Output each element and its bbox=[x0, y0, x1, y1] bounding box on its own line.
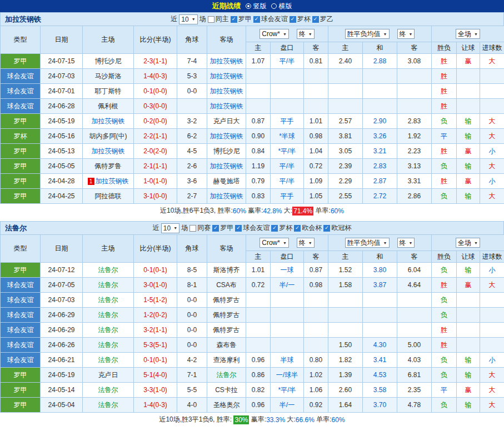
odds-company-select[interactable]: Crow*▼ bbox=[260, 29, 289, 39]
away-team-cell[interactable]: 森布鲁 bbox=[207, 338, 246, 353]
league-cell[interactable]: 球会友谊 bbox=[1, 308, 41, 323]
league-cell[interactable]: 罗甲 bbox=[1, 54, 41, 69]
view-option-horizontal[interactable]: 横版 bbox=[271, 2, 292, 11]
league-cell[interactable]: 球会友谊 bbox=[1, 338, 41, 353]
recent-count-select[interactable]: 10▼ bbox=[179, 14, 197, 24]
league-filter-checkbox[interactable]: ✓罗甲 bbox=[231, 14, 252, 24]
home-team-name: 法鲁尔 bbox=[98, 296, 118, 304]
away-team-cell[interactable]: 查洛摩利 bbox=[207, 353, 246, 368]
match-row: 球会友谊24-07-01耶丁斯特0-1(0-0)0-0加拉茨钢铁胜 bbox=[1, 84, 504, 99]
scope-select[interactable]: 全场▼ bbox=[456, 238, 480, 248]
avg-odds-select[interactable]: 胜平负均值▼ bbox=[345, 29, 390, 39]
home-team-cell[interactable]: 法鲁尔 bbox=[83, 383, 134, 398]
league-cell[interactable]: 罗甲 bbox=[1, 368, 41, 383]
league-cell[interactable]: 罗甲 bbox=[1, 263, 41, 278]
view-option-label: 横版 bbox=[279, 2, 292, 11]
league-filter-checkbox[interactable]: ✓罗杯 bbox=[290, 14, 311, 24]
avg-home-cell bbox=[328, 84, 363, 99]
league-cell[interactable]: 罗甲 bbox=[1, 383, 41, 398]
special-filter-checkbox[interactable]: 同赛 bbox=[189, 223, 211, 233]
away-team-name: 博托沙尼 bbox=[213, 147, 240, 155]
home-team-cell[interactable]: 博托沙尼 bbox=[83, 54, 134, 69]
away-team-cell[interactable]: 克卢日大 bbox=[207, 114, 246, 129]
home-team-cell[interactable]: 法鲁尔 bbox=[83, 338, 134, 353]
league-cell[interactable]: 罗甲 bbox=[1, 398, 41, 413]
away-team-cell[interactable]: 博托沙尼 bbox=[207, 144, 246, 159]
away-team-cell[interactable]: 加拉茨钢铁 bbox=[207, 69, 246, 84]
scope-select-value: 全场 bbox=[458, 29, 471, 39]
home-team-cell[interactable]: 法鲁尔 bbox=[83, 263, 134, 278]
home-team-cell[interactable]: 马沙斯洛 bbox=[83, 69, 134, 84]
league-cell[interactable]: 球会友谊 bbox=[1, 353, 41, 368]
away-team-cell[interactable]: 佩特罗古 bbox=[207, 308, 246, 323]
league-filter-checkbox[interactable]: ✓欧冠杯 bbox=[323, 223, 351, 233]
league-filter-checkbox[interactable]: ✓罗乙 bbox=[312, 14, 333, 24]
away-team-cell[interactable]: 赫曼施塔 bbox=[207, 174, 246, 189]
corners-cell: 3-2 bbox=[177, 114, 207, 129]
home-team-cell[interactable]: 耶丁斯特 bbox=[83, 84, 134, 99]
home-team-cell[interactable]: 佩特罗鲁 bbox=[83, 159, 134, 174]
special-filter-checkbox[interactable]: 同主 bbox=[208, 14, 229, 24]
view-option-vertical[interactable]: 竖版 bbox=[246, 2, 267, 11]
home-team-cell[interactable]: 法鲁尔 bbox=[83, 353, 134, 368]
league-filter-checkbox-label: 欧会杯 bbox=[302, 223, 322, 233]
home-team-cell[interactable]: 1加拉茨钢铁 bbox=[83, 174, 134, 189]
league-filter-checkbox[interactable]: ✓球会友谊 bbox=[253, 14, 288, 24]
home-team-cell[interactable]: 胡内多阿(中) bbox=[83, 129, 134, 144]
handicap-result-cell bbox=[457, 69, 480, 84]
away-team-cell[interactable]: CS卡拉 bbox=[207, 383, 246, 398]
odds-final-select[interactable]: 终▼ bbox=[297, 238, 315, 248]
league-cell[interactable]: 球会友谊 bbox=[1, 99, 41, 114]
league-filter-checkbox[interactable]: ✓球会友谊 bbox=[235, 223, 270, 233]
away-team-cell[interactable]: 佩特罗古 bbox=[207, 323, 246, 338]
home-team-cell[interactable]: 克卢日 bbox=[83, 368, 134, 383]
away-team-cell[interactable]: CSA布 bbox=[207, 278, 246, 293]
league-filter-checkbox-label: 球会友谊 bbox=[243, 223, 270, 233]
home-team-cell[interactable]: 法鲁尔 bbox=[83, 398, 134, 413]
league-cell[interactable]: 球会友谊 bbox=[1, 293, 41, 308]
league-cell[interactable]: 罗杯 bbox=[1, 129, 41, 144]
home-team-cell[interactable]: 佩利根 bbox=[83, 99, 134, 114]
goals-result-cell: 小 bbox=[480, 353, 504, 368]
odds-home-cell bbox=[246, 338, 271, 353]
avg-final-select[interactable]: 终▼ bbox=[397, 29, 415, 39]
league-filter-checkbox[interactable]: ✓罗甲 bbox=[212, 223, 233, 233]
league-cell[interactable]: 球会友谊 bbox=[1, 84, 41, 99]
league-cell[interactable]: 罗甲 bbox=[1, 144, 41, 159]
league-cell[interactable]: 罗甲 bbox=[1, 114, 41, 129]
away-team-cell[interactable]: 加拉茨钢铁 bbox=[207, 189, 246, 204]
avg-away-cell: 6.81 bbox=[397, 368, 432, 383]
league-cell[interactable]: 球会友谊 bbox=[1, 278, 41, 293]
avg-final-select[interactable]: 终▼ bbox=[397, 238, 415, 248]
away-team-cell[interactable]: 斯洛博齐 bbox=[207, 263, 246, 278]
away-team-cell[interactable]: 加拉茨钢铁 bbox=[207, 99, 246, 114]
away-team-cell[interactable]: 加拉茨钢铁 bbox=[207, 54, 246, 69]
avg-draw-cell: 4.30 bbox=[363, 338, 397, 353]
home-team-cell[interactable]: 法鲁尔 bbox=[83, 323, 134, 338]
league-cell[interactable]: 球会友谊 bbox=[1, 69, 41, 84]
home-team-cell[interactable]: 法鲁尔 bbox=[83, 293, 134, 308]
home-team-cell[interactable]: 加拉茨钢铁 bbox=[83, 144, 134, 159]
league-cell[interactable]: 罗甲 bbox=[1, 174, 41, 189]
league-filter-checkbox[interactable]: ✓欧会杯 bbox=[294, 223, 322, 233]
away-team-cell[interactable]: 加拉茨钢铁 bbox=[207, 159, 246, 174]
home-team-cell[interactable]: 法鲁尔 bbox=[83, 308, 134, 323]
recent-count-select[interactable]: 10▼ bbox=[161, 223, 179, 233]
away-team-cell[interactable]: 法鲁尔 bbox=[207, 368, 246, 383]
away-team-cell[interactable]: 加拉茨钢铁 bbox=[207, 129, 246, 144]
odds-final-select[interactable]: 终▼ bbox=[297, 29, 315, 39]
league-filter-checkbox[interactable]: ✓罗杯 bbox=[271, 223, 292, 233]
odds-final-select-value: 终 bbox=[299, 29, 306, 39]
away-team-cell[interactable]: 加拉茨钢铁 bbox=[207, 84, 246, 99]
home-team-cell[interactable]: 阿拉德联 bbox=[83, 189, 134, 204]
odds-company-select[interactable]: Crow*▼ bbox=[260, 238, 289, 248]
league-cell[interactable]: 罗甲 bbox=[1, 189, 41, 204]
home-team-cell[interactable]: 法鲁尔 bbox=[83, 278, 134, 293]
home-team-cell[interactable]: 加拉茨钢铁 bbox=[83, 114, 134, 129]
avg-odds-select[interactable]: 胜平负均值▼ bbox=[345, 238, 390, 248]
scope-select[interactable]: 全场▼ bbox=[456, 29, 480, 39]
league-cell[interactable]: 球会友谊 bbox=[1, 323, 41, 338]
away-team-cell[interactable]: 佩特罗古 bbox=[207, 293, 246, 308]
league-cell[interactable]: 罗甲 bbox=[1, 159, 41, 174]
away-team-cell[interactable]: 圣格奥尔 bbox=[207, 398, 246, 413]
